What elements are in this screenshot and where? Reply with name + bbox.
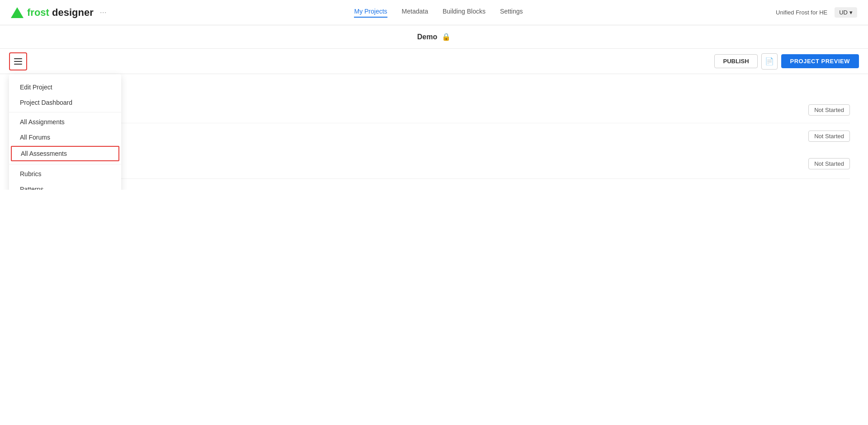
hamburger-line-1 [14,58,22,59]
item-title-chapter-summary[interactable]: Chapter Summary [53,133,808,140]
user-initials: UD [839,9,848,16]
nav-my-projects[interactable]: My Projects [354,8,387,18]
project-title: Demo [417,33,437,41]
logo-area: frost designer ··· [11,7,110,19]
document-icon-button[interactable]: 📄 [761,53,778,70]
section-header: ▾ 📁 Course Introduction [18,85,850,93]
hamburger-line-2 [14,61,22,62]
content-area: ▾ 📁 Course Introduction 📄 Course Content… [0,74,868,190]
logo-dots: ··· [100,8,107,17]
outline-item-course-content: 📄 Course Content Not Started [40,97,850,123]
nav-right: Unified Frost for HE UD ▾ [767,7,857,18]
item-title-course-summary[interactable]: Course Summary [40,160,808,168]
user-badge[interactable]: UD ▾ [835,7,857,18]
org-label: Unified Frost for HE [776,9,827,16]
menu-all-assignments[interactable]: All Assignments [9,114,121,130]
frost-logo-icon [11,7,24,18]
nav-metadata[interactable]: Metadata [402,8,428,18]
menu-group-3: Rubrics Patterns Templates Project Asset… [9,164,121,190]
item-title-course-content[interactable]: Course Content [53,107,808,114]
logo-text: frost designer [27,7,94,19]
hamburger-line-3 [14,64,22,65]
toolbar: PUBLISH 📄 PROJECT PREVIEW [0,49,868,74]
menu-rubrics[interactable]: Rubrics [9,166,121,182]
outline-item-course-summary: 📄 Course Summary Not Started [27,149,850,179]
main-layout: Edit Project Project Dashboard All Assig… [0,74,868,190]
nav-settings[interactable]: Settings [500,8,523,18]
lock-icon: 🔒 [442,33,451,41]
menu-patterns[interactable]: Patterns [9,182,121,190]
hamburger-button[interactable] [9,52,27,70]
project-preview-button[interactable]: PROJECT PREVIEW [781,54,859,68]
top-nav: frost designer ··· My Projects Metadata … [0,0,868,25]
status-badge-course-content: Not Started [808,104,850,116]
menu-project-dashboard[interactable]: Project Dashboard [9,95,121,110]
outline-items: 📄 Course Content Not Started 📄 Chapter S… [40,97,850,149]
nav-building-blocks[interactable]: Building Blocks [443,8,486,18]
outline-section: ▾ 📁 Course Introduction 📄 Course Content… [18,85,850,179]
menu-group-2: All Assignments All Forums All Assessmen… [9,112,121,164]
outline-item-chapter-summary: 📄 Chapter Summary Not Started [40,123,850,149]
menu-edit-project[interactable]: Edit Project [9,79,121,95]
menu-group-1: Edit Project Project Dashboard [9,78,121,112]
menu-all-forums[interactable]: All Forums [9,130,121,145]
publish-button[interactable]: PUBLISH [714,54,757,68]
status-badge-chapter-summary: Not Started [808,131,850,142]
sub-header: Demo 🔒 [0,25,868,49]
status-badge-course-summary: Not Started [808,158,850,169]
doc-icon: 📄 [765,57,774,65]
menu-all-assessments[interactable]: All Assessments [11,146,119,161]
nav-center: My Projects Metadata Building Blocks Set… [110,8,767,18]
user-dropdown-icon: ▾ [849,9,853,16]
sidebar-menu: Edit Project Project Dashboard All Assig… [9,74,121,190]
